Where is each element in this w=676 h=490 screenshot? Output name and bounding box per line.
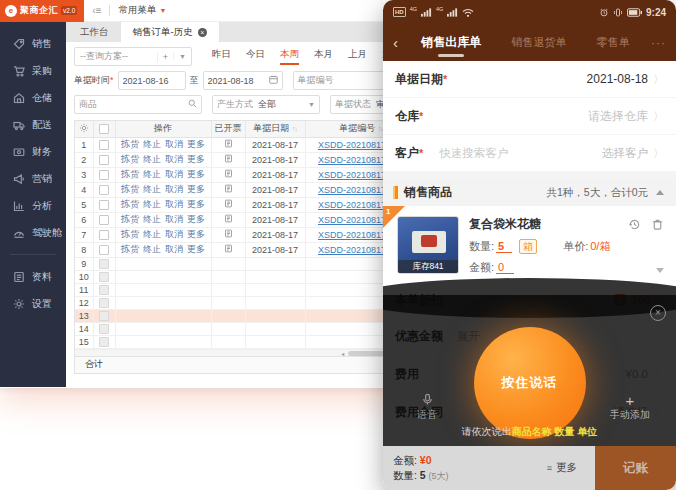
phone-tab-销售退货单[interactable]: 销售退货单 <box>511 29 566 56</box>
unit-selector[interactable]: 箱 <box>519 239 537 254</box>
more-button[interactable]: ≡ 更多 <box>547 461 577 475</box>
sidebar-item-采购[interactable]: 采购 <box>0 57 66 84</box>
sidebar-item-驾驶舱[interactable]: 驾驶舱 <box>0 219 66 246</box>
row-checkbox[interactable] <box>99 200 109 210</box>
history-icon[interactable] <box>628 218 641 231</box>
date-tab-本月[interactable]: 本月 <box>314 48 333 65</box>
op-取消-link[interactable]: 取消 <box>165 199 183 209</box>
calendar-icon[interactable] <box>269 75 278 86</box>
scroll-left-arrow-icon[interactable]: ◂ <box>341 350 344 357</box>
op-更多-link[interactable]: 更多 <box>187 154 205 164</box>
sidebar-item-配送[interactable]: 配送 <box>0 111 66 138</box>
row-checkbox[interactable] <box>99 140 109 150</box>
invoice-doc-icon[interactable] <box>211 197 245 212</box>
record-button[interactable]: 记账 <box>595 446 676 490</box>
warehouse-row[interactable]: 仓库* 请选择仓库 〉 <box>383 98 676 135</box>
source-type-select[interactable]: 产生方式 全部 ▼ <box>212 95 320 114</box>
op-终止-link[interactable]: 终止 <box>143 154 161 164</box>
date-tab-今日[interactable]: 今日 <box>246 48 265 65</box>
op-取消-link[interactable]: 取消 <box>165 184 183 194</box>
date-tab-本周[interactable]: 本周 <box>280 48 299 65</box>
op-更多-link[interactable]: 更多 <box>187 214 205 224</box>
row-checkbox[interactable] <box>99 215 109 225</box>
trash-icon[interactable] <box>651 218 664 231</box>
op-终止-link[interactable]: 终止 <box>143 199 161 209</box>
product-card[interactable]: 1 库存841 复合袋米花糖 数量: 5 箱 单价: 0/箱 金额: <box>383 206 676 283</box>
price-value[interactable]: 0/箱 <box>590 239 610 254</box>
hold-to-talk-button[interactable]: 按住说话 <box>474 327 586 439</box>
op-拣货-link[interactable]: 拣货 <box>121 229 139 239</box>
op-终止-link[interactable]: 终止 <box>143 184 161 194</box>
customer-row[interactable]: 客户* 快速搜索客户 选择客户 〉 <box>383 135 676 172</box>
close-icon[interactable]: × <box>650 305 666 321</box>
add-scheme-icon[interactable]: + <box>157 52 173 62</box>
op-更多-link[interactable]: 更多 <box>187 199 205 209</box>
op-终止-link[interactable]: 终止 <box>143 139 161 149</box>
voice-mode-button[interactable]: 语音 <box>417 393 437 422</box>
sort-icon[interactable]: ↑↓ <box>292 125 297 132</box>
more-options-icon[interactable]: ··· <box>651 36 666 50</box>
invoice-doc-icon[interactable] <box>211 212 245 227</box>
sidebar-item-销售[interactable]: 销售 <box>0 30 66 57</box>
date-to-input[interactable]: 2021-08-18 <box>203 71 283 90</box>
header-operations[interactable]: 操作 <box>115 121 211 137</box>
search-icon[interactable] <box>188 99 197 110</box>
op-拣货-link[interactable]: 拣货 <box>121 154 139 164</box>
tab-工作台[interactable]: 工作台 <box>68 22 121 42</box>
query-scheme-select[interactable]: --查询方案-- + ▼ <box>74 47 192 66</box>
row-checkbox[interactable] <box>99 230 109 240</box>
op-更多-link[interactable]: 更多 <box>187 139 205 149</box>
op-拣货-link[interactable]: 拣货 <box>121 169 139 179</box>
close-icon[interactable]: × <box>198 28 207 37</box>
op-取消-link[interactable]: 取消 <box>165 229 183 239</box>
sidebar-item-财务[interactable]: 财务 <box>0 138 66 165</box>
collapse-down-icon[interactable] <box>656 268 664 273</box>
column-settings-gear-icon[interactable] <box>75 121 93 137</box>
op-更多-link[interactable]: 更多 <box>187 244 205 254</box>
qty-input[interactable]: 5 <box>496 240 512 253</box>
op-终止-link[interactable]: 终止 <box>143 169 161 179</box>
sidebar-item-分析[interactable]: 分析 <box>0 192 66 219</box>
sidebar-collapse-icon[interactable]: ‹≡ <box>92 5 101 16</box>
op-终止-link[interactable]: 终止 <box>143 214 161 224</box>
invoice-doc-icon[interactable] <box>211 182 245 197</box>
date-tab-昨日[interactable]: 昨日 <box>212 48 231 65</box>
product-search-input[interactable]: 商品 <box>74 95 202 114</box>
invoice-doc-icon[interactable] <box>211 137 245 152</box>
invoice-doc-icon[interactable] <box>211 167 245 182</box>
date-from-input[interactable]: 2021-08-16 <box>118 71 186 90</box>
op-取消-link[interactable]: 取消 <box>165 169 183 179</box>
op-取消-link[interactable]: 取消 <box>165 139 183 149</box>
op-取消-link[interactable]: 取消 <box>165 154 183 164</box>
select-all-checkbox[interactable] <box>99 124 109 134</box>
date-tab-上月[interactable]: 上月 <box>348 48 367 65</box>
manual-add-button[interactable]: + 手动添加 <box>610 394 650 422</box>
op-终止-link[interactable]: 终止 <box>143 229 161 239</box>
back-arrow-icon[interactable]: ‹ <box>393 34 398 51</box>
phone-tab-销售出库单[interactable]: 销售出库单 <box>421 28 481 57</box>
row-checkbox[interactable] <box>99 170 109 180</box>
row-checkbox[interactable] <box>99 155 109 165</box>
tab-销售订单-历史[interactable]: 销售订单-历史× <box>121 22 219 42</box>
amount-input[interactable]: 0 <box>496 261 514 274</box>
op-拣货-link[interactable]: 拣货 <box>121 244 139 254</box>
op-拣货-link[interactable]: 拣货 <box>121 199 139 209</box>
row-checkbox[interactable] <box>99 185 109 195</box>
sidebar-item-设置[interactable]: 设置 <box>0 290 66 317</box>
sidebar-item-资料[interactable]: 资料 <box>0 263 66 290</box>
op-更多-link[interactable]: 更多 <box>187 169 205 179</box>
op-拣货-link[interactable]: 拣货 <box>121 139 139 149</box>
customer-search-input[interactable]: 快速搜索客户 <box>439 146 602 161</box>
sidebar-item-仓储[interactable]: 仓储 <box>0 84 66 111</box>
chevron-down-icon[interactable]: ▼ <box>173 53 191 60</box>
sidebar-item-营销[interactable]: 营销 <box>0 165 66 192</box>
collapse-up-icon[interactable] <box>656 190 664 195</box>
invoice-doc-icon[interactable] <box>211 227 245 242</box>
header-invoiced[interactable]: 已开票 <box>211 121 245 137</box>
invoice-doc-icon[interactable] <box>211 152 245 167</box>
op-取消-link[interactable]: 取消 <box>165 214 183 224</box>
op-拣货-link[interactable]: 拣货 <box>121 214 139 224</box>
select-customer-button[interactable]: 选择客户 <box>602 146 648 161</box>
op-终止-link[interactable]: 终止 <box>143 244 161 254</box>
phone-tab-零售单[interactable]: 零售单 <box>597 29 630 56</box>
